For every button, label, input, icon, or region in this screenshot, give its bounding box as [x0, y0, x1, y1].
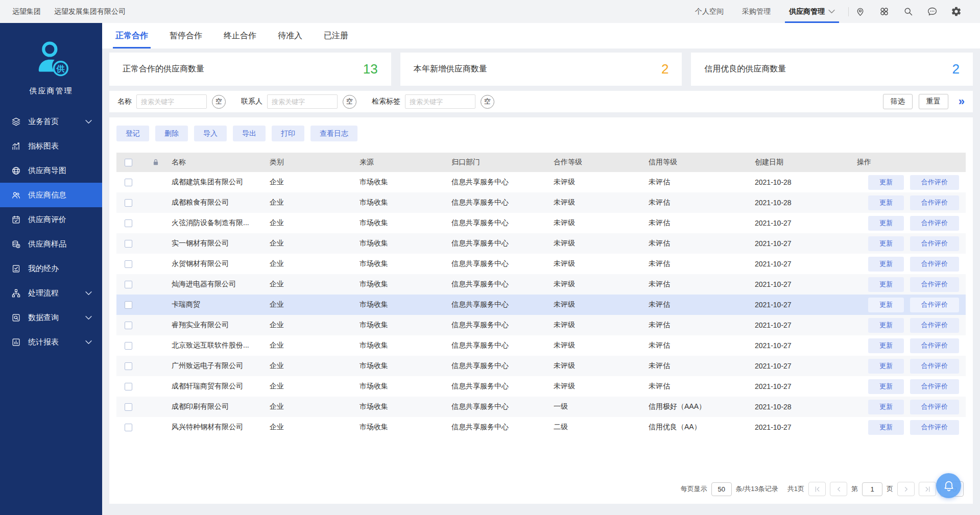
sidebar-item-flow[interactable]: 处理流程: [0, 281, 102, 305]
sidebar-item-users[interactable]: 供应商信息: [0, 183, 102, 207]
row-checkbox[interactable]: [125, 240, 132, 248]
toolbar-button-4[interactable]: 打印: [272, 126, 304, 141]
table-row[interactable]: 实一钢材有限公司企业市场收集信息共享服务中心未评级未评估2021-10-27更新…: [116, 233, 966, 254]
page-number-input[interactable]: [862, 482, 882, 496]
toolbar-button-1[interactable]: 删除: [155, 126, 188, 141]
sidebar-item-data-search[interactable]: 数据查询: [0, 305, 102, 330]
update-button[interactable]: 更新: [868, 195, 904, 210]
table-row[interactable]: 灿海进电器有限公司企业市场收集信息共享服务中心未评级未评估2021-10-27更…: [116, 274, 966, 295]
location-icon[interactable]: [855, 6, 866, 17]
sidebar-item-doc-check[interactable]: 我的经办: [0, 256, 102, 281]
table-row[interactable]: 成都粮食有限公司企业市场收集信息共享服务中心未评级未评估2021-10-28更新…: [116, 192, 966, 213]
sidebar-item-globe[interactable]: 供应商导图: [0, 158, 102, 183]
filter-input-2[interactable]: [405, 94, 475, 109]
next-page-button[interactable]: [897, 482, 915, 496]
update-button[interactable]: 更新: [868, 257, 904, 272]
table-row[interactable]: 火弦消防设备制造有限...企业市场收集信息共享服务中心未评级未评估2021-10…: [116, 213, 966, 233]
toolbar-button-3[interactable]: 导出: [233, 126, 266, 141]
brand-company-link[interactable]: 远望发展集团有限公司: [54, 7, 126, 16]
update-button[interactable]: 更新: [868, 420, 904, 435]
topnav-item-1[interactable]: 采购管理: [742, 0, 771, 23]
sidebar-item-layers[interactable]: 业务首页: [0, 109, 102, 134]
toolbar-button-2[interactable]: 导入: [194, 126, 227, 141]
filter-input-1[interactable]: [267, 94, 338, 109]
toolbar-button-0[interactable]: 登记: [116, 126, 149, 141]
row-checkbox[interactable]: [125, 424, 132, 431]
empty-tag-button[interactable]: 空: [481, 95, 494, 109]
search-icon[interactable]: [903, 6, 914, 17]
row-checkbox[interactable]: [125, 301, 132, 309]
sidebar-item-calendar-check[interactable]: 供应商评价: [0, 207, 102, 232]
first-page-button[interactable]: [808, 482, 826, 496]
row-checkbox[interactable]: [125, 260, 132, 268]
update-button[interactable]: 更新: [868, 298, 904, 312]
coop-eval-button[interactable]: 合作评价: [910, 277, 959, 292]
row-checkbox[interactable]: [125, 322, 132, 329]
coop-eval-button[interactable]: 合作评价: [910, 236, 959, 251]
sidebar-item-samples[interactable]: 供应商样品: [0, 232, 102, 256]
tab-4[interactable]: 已注册: [324, 23, 348, 48]
apps-grid-icon[interactable]: [879, 6, 890, 17]
coop-eval-button[interactable]: 合作评价: [910, 318, 959, 333]
filter-button[interactable]: 筛选: [883, 94, 913, 109]
notification-bell-fab[interactable]: [936, 473, 961, 498]
row-checkbox[interactable]: [125, 403, 132, 411]
toolbar-button-5[interactable]: 查看日志: [310, 126, 357, 141]
update-button[interactable]: 更新: [868, 216, 904, 231]
page-size-input[interactable]: [711, 482, 732, 496]
update-button[interactable]: 更新: [868, 400, 904, 414]
coop-eval-button[interactable]: 合作评价: [910, 400, 959, 414]
update-button[interactable]: 更新: [868, 175, 904, 190]
message-icon[interactable]: [927, 6, 938, 17]
tab-2[interactable]: 终止合作: [224, 23, 256, 48]
row-checkbox[interactable]: [125, 383, 132, 390]
table-row[interactable]: 成都轩瑞商贸有限公司企业市场收集信息共享服务中心未评级未评估2021-10-27…: [116, 376, 966, 397]
tab-1[interactable]: 暂停合作: [170, 23, 202, 48]
empty-tag-button[interactable]: 空: [343, 95, 356, 109]
settings-icon[interactable]: [951, 6, 962, 17]
update-button[interactable]: 更新: [868, 359, 904, 374]
empty-tag-button[interactable]: 空: [212, 95, 226, 109]
tab-3[interactable]: 待准入: [278, 23, 302, 48]
table-row[interactable]: 北京致远互联软件股份...企业市场收集信息共享服务中心未评级未评估2021-10…: [116, 335, 966, 356]
topnav-item-2[interactable]: 供应商管理: [789, 0, 835, 23]
topnav-item-0[interactable]: 个人空间: [695, 0, 724, 23]
coop-eval-button[interactable]: 合作评价: [910, 195, 959, 210]
row-checkbox[interactable]: [125, 362, 132, 370]
table-row[interactable]: 睿翔实业有限公司企业市场收集信息共享服务中心未评级未评估2021-10-27更新…: [116, 315, 966, 335]
coop-eval-button[interactable]: 合作评价: [910, 359, 959, 374]
sidebar-item-report[interactable]: 统计报表: [0, 330, 102, 354]
coop-eval-button[interactable]: 合作评价: [910, 257, 959, 272]
update-button[interactable]: 更新: [868, 236, 904, 251]
reset-button[interactable]: 重置: [919, 94, 948, 109]
row-checkbox[interactable]: [125, 281, 132, 288]
row-checkbox[interactable]: [125, 219, 132, 227]
brand-group-link[interactable]: 远望集团: [12, 7, 41, 16]
table-row[interactable]: 成都印刷有限公司企业市场收集信息共享服务中心一级信用极好（AAA）2021-10…: [116, 397, 966, 417]
filter-input-0[interactable]: [136, 94, 207, 109]
table-row[interactable]: 成都建筑集团有限公司企业市场收集信息共享服务中心未评级未评估2021-10-28…: [116, 172, 966, 192]
table-row[interactable]: 永贺钢材有限公司企业市场收集信息共享服务中心未评级未评估2021-10-27更新…: [116, 254, 966, 274]
coop-eval-button[interactable]: 合作评价: [910, 338, 959, 353]
table-row[interactable]: 卡瑞商贸企业市场收集信息共享服务中心未评级未评估2021-10-27更新合作评价: [116, 295, 966, 315]
table-row[interactable]: 广州致远电子有限公司企业市场收集信息共享服务中心未评级未评估2021-10-27…: [116, 356, 966, 376]
coop-eval-button[interactable]: 合作评价: [910, 175, 959, 190]
prev-page-button[interactable]: [830, 482, 847, 496]
row-checkbox[interactable]: [125, 342, 132, 350]
coop-eval-button[interactable]: 合作评价: [910, 420, 959, 435]
select-all-checkbox[interactable]: [125, 159, 132, 166]
row-checkbox[interactable]: [125, 199, 132, 207]
row-checkbox[interactable]: [125, 179, 132, 186]
update-button[interactable]: 更新: [868, 379, 904, 394]
expand-filters-icon[interactable]: »: [959, 96, 965, 107]
tab-0[interactable]: 正常合作: [115, 23, 148, 48]
coop-eval-button[interactable]: 合作评价: [910, 379, 959, 394]
update-button[interactable]: 更新: [868, 318, 904, 333]
sidebar-item-chart[interactable]: 指标图表: [0, 134, 102, 158]
last-page-button[interactable]: [919, 482, 936, 496]
update-button[interactable]: 更新: [868, 338, 904, 353]
coop-eval-button[interactable]: 合作评价: [910, 216, 959, 231]
coop-eval-button[interactable]: 合作评价: [910, 298, 959, 312]
table-row[interactable]: 风兴特种钢材有限公司企业市场收集信息共享服务中心二级信用优良（AA）2021-1…: [116, 417, 966, 437]
update-button[interactable]: 更新: [868, 277, 904, 292]
